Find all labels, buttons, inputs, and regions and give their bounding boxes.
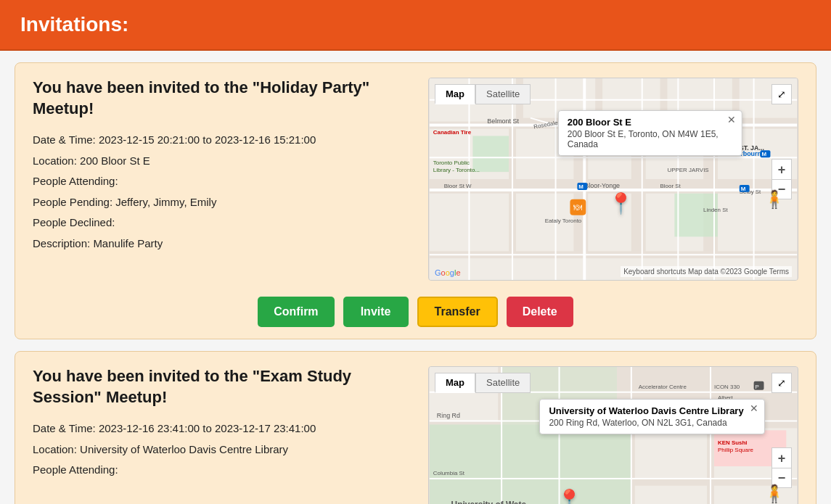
delete-button-holiday[interactable]: Delete	[507, 297, 573, 327]
description-holiday: Description: Manulife Party	[33, 236, 414, 252]
google-logo-holiday: Google	[435, 268, 461, 277]
map-tabs-exam: Map Satellite	[435, 373, 531, 393]
svg-text:Linden St: Linden St	[703, 207, 728, 213]
map-pin-exam: 📍	[557, 488, 582, 504]
attending-exam: People Attending:	[33, 462, 414, 479]
svg-text:KEN Sushi: KEN Sushi	[718, 439, 748, 446]
map-info-title-holiday: 200 Bloor St E	[568, 117, 733, 128]
svg-text:M: M	[741, 186, 746, 192]
svg-text:Bloor-Yonge: Bloor-Yonge	[584, 182, 620, 189]
svg-text:Library - Toronto...: Library - Toronto...	[433, 167, 480, 173]
map-tab-satellite-exam[interactable]: Satellite	[475, 373, 531, 393]
invitations-list: You have been invited to the "Holiday Pa…	[0, 51, 831, 504]
svg-text:P: P	[756, 384, 759, 390]
svg-text:UPPER JARVIS: UPPER JARVIS	[667, 167, 708, 173]
map-expand-holiday[interactable]: ⤢	[771, 84, 792, 104]
datetime-holiday: Date & Time: 2023-12-15 20:21:00 to 2023…	[33, 132, 414, 149]
svg-text:Eataly Toronto: Eataly Toronto	[545, 218, 582, 224]
svg-text:Accelerator Centre: Accelerator Centre	[639, 384, 687, 390]
svg-text:ICON 330: ICON 330	[714, 384, 740, 390]
location-holiday: Location: 200 Bloor St E	[33, 153, 414, 170]
map-container-exam: Map Satellite ⤢	[428, 366, 798, 504]
map-info-box-holiday: ✕ 200 Bloor St E 200 Bloor St E, Toronto…	[558, 110, 742, 156]
datetime-exam: Date & Time: 2023-12-16 23:41:00 to 2023…	[33, 421, 414, 437]
map-tab-satellite-holiday[interactable]: Satellite	[475, 84, 531, 104]
map-footer-holiday: Keyboard shortcuts Map data ©2023 Google…	[621, 266, 792, 277]
map-zoom-in-exam[interactable]: +	[771, 447, 792, 468]
svg-text:🍽: 🍽	[573, 202, 582, 212]
card-left-exam: You have been invited to the "Exam Study…	[33, 366, 414, 504]
map-info-addr-exam: 200 Ring Rd, Waterloo, ON N2L 3G1, Canad…	[549, 418, 755, 428]
transfer-button-holiday[interactable]: Transfer	[417, 297, 498, 327]
map-zoom-in-holiday[interactable]: +	[771, 159, 792, 179]
svg-rect-18	[674, 194, 718, 237]
map-tab-map-exam[interactable]: Map	[435, 373, 475, 393]
map-info-addr-holiday: 200 Bloor St E, Toronto, ON M4W 1E5, Can…	[568, 129, 733, 149]
location-exam: Location: University of Waterloo Davis C…	[33, 442, 414, 458]
svg-rect-62	[635, 486, 707, 504]
svg-text:M: M	[578, 183, 584, 190]
svg-text:Columbia St: Columbia St	[433, 470, 465, 476]
confirm-button-holiday[interactable]: Confirm	[258, 297, 334, 327]
map-tab-map-holiday[interactable]: Map	[435, 84, 475, 104]
invitation-card-exam: You have been invited to the "Exam Study…	[15, 351, 816, 504]
invitation-card-holiday: You have been invited to the "Holiday Pa…	[15, 62, 816, 339]
card-actions-holiday: Confirm Invite Transfer Delete	[33, 294, 798, 327]
svg-rect-57	[430, 424, 631, 504]
map-tabs-holiday: Map Satellite	[435, 84, 531, 104]
header: Invitations:	[0, 0, 831, 51]
invitation-title-holiday: You have been invited to the "Holiday Pa…	[33, 78, 414, 119]
svg-text:Bloor St W: Bloor St W	[444, 183, 472, 189]
pending-holiday: People Pending: Jeffery, Jimmy, Emily	[33, 194, 414, 211]
svg-text:Phillip Square: Phillip Square	[718, 447, 754, 453]
svg-text:University of Wate...: University of Wate...	[451, 500, 533, 504]
map-info-close-exam[interactable]: ✕	[750, 402, 758, 414]
map-expand-exam[interactable]: ⤢	[771, 373, 792, 393]
map-person-exam: 🧍	[764, 484, 785, 504]
svg-text:Canadian Tire: Canadian Tire	[433, 129, 472, 136]
page-title: Invitations:	[20, 13, 811, 36]
svg-text:M: M	[762, 151, 767, 157]
map-person-holiday: 🧍	[764, 189, 785, 210]
svg-text:Bloor St: Bloor St	[660, 183, 681, 189]
card-left-holiday: You have been invited to the "Holiday Pa…	[33, 78, 414, 281]
map-container-holiday: Map Satellite ⤢	[428, 78, 798, 281]
svg-text:Toronto Public: Toronto Public	[433, 160, 470, 166]
map-info-title-exam: University of Waterloo Davis Centre Libr…	[549, 405, 755, 416]
svg-text:Ring Rd: Ring Rd	[437, 412, 460, 419]
declined-holiday: People Declined:	[33, 215, 414, 231]
invitation-title-exam: You have been invited to the "Exam Study…	[33, 366, 414, 408]
svg-text:Belmont St: Belmont St	[487, 117, 519, 125]
map-zoom-exam: + −	[771, 447, 792, 488]
svg-rect-60	[635, 428, 707, 478]
attending-holiday: People Attending:	[33, 173, 414, 190]
map-info-close-holiday[interactable]: ✕	[727, 114, 736, 125]
map-pin-holiday: 📍	[608, 191, 634, 215]
map-info-box-exam: ✕ University of Waterloo Davis Centre Li…	[539, 399, 764, 434]
invite-button-holiday[interactable]: Invite	[343, 297, 409, 327]
